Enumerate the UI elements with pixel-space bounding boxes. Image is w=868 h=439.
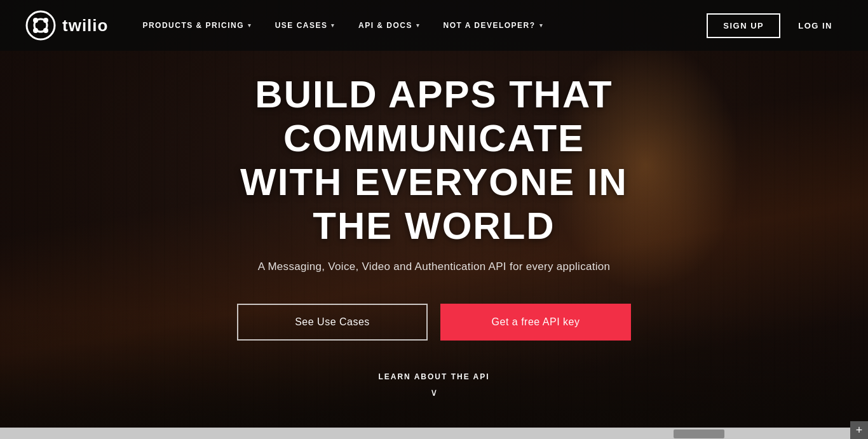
signup-button[interactable]: SIGN UP — [707, 13, 780, 38]
chevron-down-icon: ▾ — [539, 22, 544, 29]
chevron-down-icon: ▾ — [416, 22, 421, 29]
nav-not-dev-label: NOT A DEVELOPER? — [444, 21, 536, 30]
hero-section: twilio PRODUCTS & PRICING ▾ USE CASES ▾ … — [0, 0, 868, 439]
logo-link[interactable]: twilio — [25, 10, 108, 41]
nav-item-api-docs[interactable]: API & DOCS ▾ — [349, 15, 430, 36]
nav-item-not-developer[interactable]: NOT A DEVELOPER? ▾ — [435, 15, 553, 36]
hero-title-line2: WITH EVERYONE IN THE WORLD — [240, 161, 628, 247]
hero-buttons: See Use Cases Get a free API key — [212, 304, 656, 341]
nav-products-label: PRODUCTS & PRICING — [142, 21, 244, 30]
nav-item-use-cases[interactable]: USE CASES ▾ — [266, 15, 344, 36]
hero-title: BUILD APPS THAT COMMUNICATE WITH EVERYON… — [212, 72, 656, 248]
logo-text: twilio — [62, 16, 108, 36]
svg-point-5 — [43, 28, 48, 33]
get-api-key-button[interactable]: Get a free API key — [440, 304, 631, 341]
nav-use-cases-label: USE CASES — [275, 21, 328, 30]
learn-api-link[interactable]: LEARN ABOUT THE API ∨ — [212, 372, 656, 398]
svg-point-2 — [33, 18, 38, 23]
plus-button[interactable]: + — [850, 421, 868, 439]
chevron-down-icon: ∨ — [430, 386, 438, 398]
learn-api-label: LEARN ABOUT THE API — [378, 372, 489, 381]
scrollbar-thumb[interactable] — [674, 429, 724, 438]
nav-right: SIGN UP LOG IN — [707, 13, 843, 38]
svg-point-3 — [43, 18, 48, 23]
chevron-down-icon: ▾ — [331, 22, 336, 29]
hero-title-line1: BUILD APPS THAT COMMUNICATE — [255, 73, 613, 159]
svg-point-4 — [33, 28, 38, 33]
see-use-cases-button[interactable]: See Use Cases — [237, 304, 428, 341]
svg-point-0 — [27, 11, 55, 39]
main-nav: twilio PRODUCTS & PRICING ▾ USE CASES ▾ … — [0, 0, 868, 51]
hero-subtitle: A Messaging, Voice, Video and Authentica… — [212, 260, 656, 273]
login-button[interactable]: LOG IN — [788, 15, 843, 37]
scrollbar[interactable] — [0, 428, 868, 439]
hero-content: BUILD APPS THAT COMMUNICATE WITH EVERYON… — [212, 41, 656, 398]
nav-links: PRODUCTS & PRICING ▾ USE CASES ▾ API & D… — [133, 15, 707, 36]
twilio-logo-icon — [25, 10, 56, 41]
nav-item-products[interactable]: PRODUCTS & PRICING ▾ — [133, 15, 261, 36]
nav-api-docs-label: API & DOCS — [358, 21, 412, 30]
chevron-down-icon: ▾ — [248, 22, 252, 29]
